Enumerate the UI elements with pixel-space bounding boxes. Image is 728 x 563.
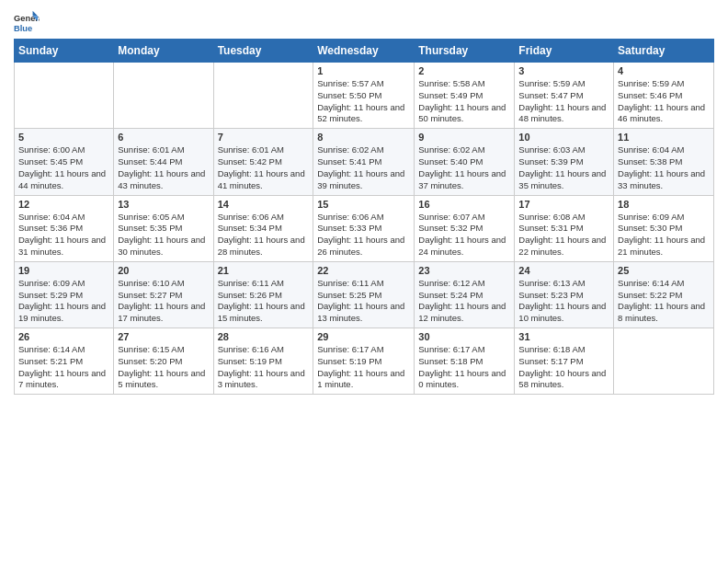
calendar-week-row: 1Sunrise: 5:57 AMSunset: 5:50 PMDaylight…: [15, 63, 714, 129]
page-container: General Blue SundayMondayTuesdayWednesda…: [0, 0, 728, 404]
day-info: Sunrise: 6:09 AMSunset: 5:30 PMDaylight:…: [618, 212, 710, 259]
day-info: Sunrise: 6:17 AMSunset: 5:18 PMDaylight:…: [418, 344, 510, 391]
day-info: Sunrise: 6:10 AMSunset: 5:27 PMDaylight:…: [118, 278, 209, 325]
calendar-cell: 9Sunrise: 6:02 AMSunset: 5:40 PMDaylight…: [415, 129, 515, 195]
day-info: Sunrise: 6:03 AMSunset: 5:39 PMDaylight:…: [518, 144, 609, 191]
calendar-table: SundayMondayTuesdayWednesdayThursdayFrid…: [14, 39, 714, 395]
day-info: Sunrise: 6:05 AMSunset: 5:35 PMDaylight:…: [118, 212, 209, 259]
calendar-cell: 23Sunrise: 6:12 AMSunset: 5:24 PMDayligh…: [415, 261, 515, 327]
calendar-header-wednesday: Wednesday: [313, 40, 415, 63]
day-number: 29: [317, 331, 410, 342]
calendar-cell: 7Sunrise: 6:01 AMSunset: 5:42 PMDaylight…: [213, 129, 313, 195]
svg-text:Blue: Blue: [14, 24, 32, 33]
day-info: Sunrise: 6:13 AMSunset: 5:23 PMDaylight:…: [518, 278, 609, 325]
calendar-header-monday: Monday: [114, 40, 213, 63]
calendar-cell: 28Sunrise: 6:16 AMSunset: 5:19 PMDayligh…: [213, 328, 313, 395]
calendar-cell: 12Sunrise: 6:04 AMSunset: 5:36 PMDayligh…: [15, 195, 114, 261]
day-number: 11: [618, 132, 710, 143]
day-info: Sunrise: 6:02 AMSunset: 5:41 PMDaylight:…: [317, 144, 410, 191]
calendar-cell: 5Sunrise: 6:00 AMSunset: 5:45 PMDaylight…: [15, 129, 114, 195]
header: General Blue: [14, 9, 714, 35]
calendar-cell: 24Sunrise: 6:13 AMSunset: 5:23 PMDayligh…: [515, 261, 614, 327]
calendar-cell: 15Sunrise: 6:06 AMSunset: 5:33 PMDayligh…: [313, 195, 415, 261]
day-info: Sunrise: 6:02 AMSunset: 5:40 PMDaylight:…: [418, 144, 510, 191]
day-info: Sunrise: 5:59 AMSunset: 5:46 PMDaylight:…: [618, 78, 710, 125]
day-info: Sunrise: 6:01 AMSunset: 5:44 PMDaylight:…: [118, 144, 209, 191]
calendar-cell: 31Sunrise: 6:18 AMSunset: 5:17 PMDayligh…: [515, 328, 614, 395]
day-number: 13: [118, 199, 209, 210]
day-number: 6: [118, 132, 209, 143]
calendar-cell: 16Sunrise: 6:07 AMSunset: 5:32 PMDayligh…: [415, 195, 515, 261]
day-number: 17: [518, 199, 609, 210]
day-number: 26: [18, 331, 109, 342]
calendar-header-thursday: Thursday: [415, 40, 515, 63]
calendar-cell: 4Sunrise: 5:59 AMSunset: 5:46 PMDaylight…: [614, 63, 714, 129]
calendar-cell: [114, 63, 213, 129]
logo-icon: General Blue: [14, 9, 40, 35]
day-number: 18: [618, 199, 710, 210]
day-number: 22: [317, 265, 410, 276]
calendar-cell: [213, 63, 313, 129]
day-info: Sunrise: 6:00 AMSunset: 5:45 PMDaylight:…: [18, 144, 109, 191]
calendar-cell: 14Sunrise: 6:06 AMSunset: 5:34 PMDayligh…: [213, 195, 313, 261]
calendar-cell: 18Sunrise: 6:09 AMSunset: 5:30 PMDayligh…: [614, 195, 714, 261]
day-info: Sunrise: 6:06 AMSunset: 5:34 PMDaylight:…: [218, 212, 310, 259]
calendar-cell: 6Sunrise: 6:01 AMSunset: 5:44 PMDaylight…: [114, 129, 213, 195]
calendar-cell: 20Sunrise: 6:10 AMSunset: 5:27 PMDayligh…: [114, 261, 213, 327]
calendar-cell: 10Sunrise: 6:03 AMSunset: 5:39 PMDayligh…: [515, 129, 614, 195]
day-number: 27: [118, 331, 209, 342]
day-info: Sunrise: 5:57 AMSunset: 5:50 PMDaylight:…: [317, 78, 410, 125]
calendar-header-tuesday: Tuesday: [213, 40, 313, 63]
day-number: 19: [18, 265, 109, 276]
day-number: 9: [418, 132, 510, 143]
calendar-cell: 30Sunrise: 6:17 AMSunset: 5:18 PMDayligh…: [415, 328, 515, 395]
day-number: 14: [218, 199, 310, 210]
day-info: Sunrise: 6:12 AMSunset: 5:24 PMDaylight:…: [418, 278, 510, 325]
calendar-week-row: 12Sunrise: 6:04 AMSunset: 5:36 PMDayligh…: [15, 195, 714, 261]
logo: General Blue: [14, 9, 43, 35]
day-number: 28: [218, 331, 310, 342]
calendar-cell: 19Sunrise: 6:09 AMSunset: 5:29 PMDayligh…: [15, 261, 114, 327]
day-number: 5: [18, 132, 109, 143]
day-info: Sunrise: 6:18 AMSunset: 5:17 PMDaylight:…: [518, 344, 609, 391]
day-info: Sunrise: 6:15 AMSunset: 5:20 PMDaylight:…: [118, 344, 209, 391]
calendar-cell: [614, 328, 714, 395]
day-info: Sunrise: 5:59 AMSunset: 5:47 PMDaylight:…: [518, 78, 609, 125]
day-number: 12: [18, 199, 109, 210]
day-info: Sunrise: 5:58 AMSunset: 5:49 PMDaylight:…: [418, 78, 510, 125]
day-info: Sunrise: 6:16 AMSunset: 5:19 PMDaylight:…: [218, 344, 310, 391]
day-info: Sunrise: 6:14 AMSunset: 5:21 PMDaylight:…: [18, 344, 109, 391]
day-number: 10: [518, 132, 609, 143]
calendar-cell: 3Sunrise: 5:59 AMSunset: 5:47 PMDaylight…: [515, 63, 614, 129]
calendar-cell: 29Sunrise: 6:17 AMSunset: 5:19 PMDayligh…: [313, 328, 415, 395]
calendar-week-row: 26Sunrise: 6:14 AMSunset: 5:21 PMDayligh…: [15, 328, 714, 395]
calendar-week-row: 19Sunrise: 6:09 AMSunset: 5:29 PMDayligh…: [15, 261, 714, 327]
day-number: 4: [618, 65, 710, 76]
day-number: 7: [218, 132, 310, 143]
calendar-cell: 2Sunrise: 5:58 AMSunset: 5:49 PMDaylight…: [415, 63, 515, 129]
day-info: Sunrise: 6:06 AMSunset: 5:33 PMDaylight:…: [317, 212, 410, 259]
day-number: 20: [118, 265, 209, 276]
calendar-header-friday: Friday: [515, 40, 614, 63]
calendar-cell: 1Sunrise: 5:57 AMSunset: 5:50 PMDaylight…: [313, 63, 415, 129]
day-info: Sunrise: 6:17 AMSunset: 5:19 PMDaylight:…: [317, 344, 410, 391]
day-info: Sunrise: 6:09 AMSunset: 5:29 PMDaylight:…: [18, 278, 109, 325]
day-number: 15: [317, 199, 410, 210]
day-info: Sunrise: 6:04 AMSunset: 5:38 PMDaylight:…: [618, 144, 710, 191]
day-info: Sunrise: 6:11 AMSunset: 5:26 PMDaylight:…: [218, 278, 310, 325]
calendar-cell: 17Sunrise: 6:08 AMSunset: 5:31 PMDayligh…: [515, 195, 614, 261]
day-number: 3: [518, 65, 609, 76]
calendar-cell: 22Sunrise: 6:11 AMSunset: 5:25 PMDayligh…: [313, 261, 415, 327]
day-number: 30: [418, 331, 510, 342]
calendar-cell: 8Sunrise: 6:02 AMSunset: 5:41 PMDaylight…: [313, 129, 415, 195]
calendar-cell: [15, 63, 114, 129]
calendar-cell: 11Sunrise: 6:04 AMSunset: 5:38 PMDayligh…: [614, 129, 714, 195]
day-info: Sunrise: 6:14 AMSunset: 5:22 PMDaylight:…: [618, 278, 710, 325]
day-number: 25: [618, 265, 710, 276]
day-info: Sunrise: 6:11 AMSunset: 5:25 PMDaylight:…: [317, 278, 410, 325]
day-info: Sunrise: 6:08 AMSunset: 5:31 PMDaylight:…: [518, 212, 609, 259]
day-number: 16: [418, 199, 510, 210]
day-info: Sunrise: 6:04 AMSunset: 5:36 PMDaylight:…: [18, 212, 109, 259]
day-number: 24: [518, 265, 609, 276]
calendar-header-saturday: Saturday: [614, 40, 714, 63]
